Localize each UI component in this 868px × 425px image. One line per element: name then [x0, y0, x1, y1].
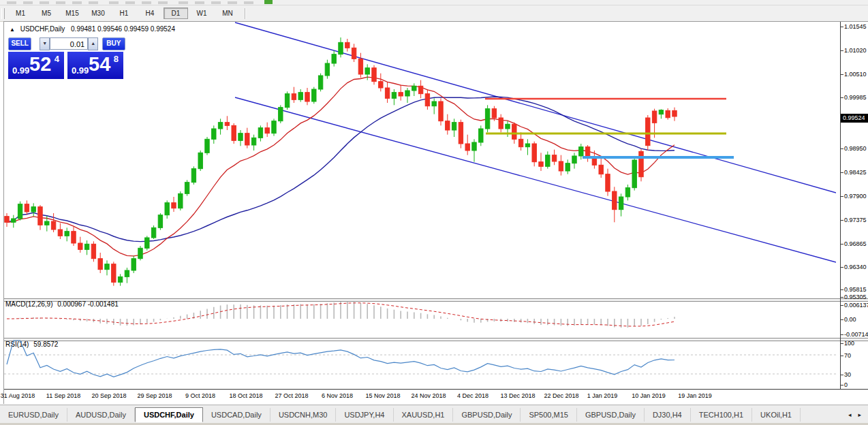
main-price-panel	[5, 22, 836, 286]
macd-panel	[7, 302, 675, 328]
rsi-panel	[4, 341, 836, 377]
candlestick-chart	[0, 0, 868, 425]
mt4-window: M1M5M15M30H1H4D1W1MN 1.015451.010201.005…	[0, 0, 868, 425]
trend-channel-line	[235, 97, 836, 262]
trend-channel-line	[235, 22, 836, 193]
candles	[5, 37, 677, 286]
rsi-line	[7, 341, 675, 377]
